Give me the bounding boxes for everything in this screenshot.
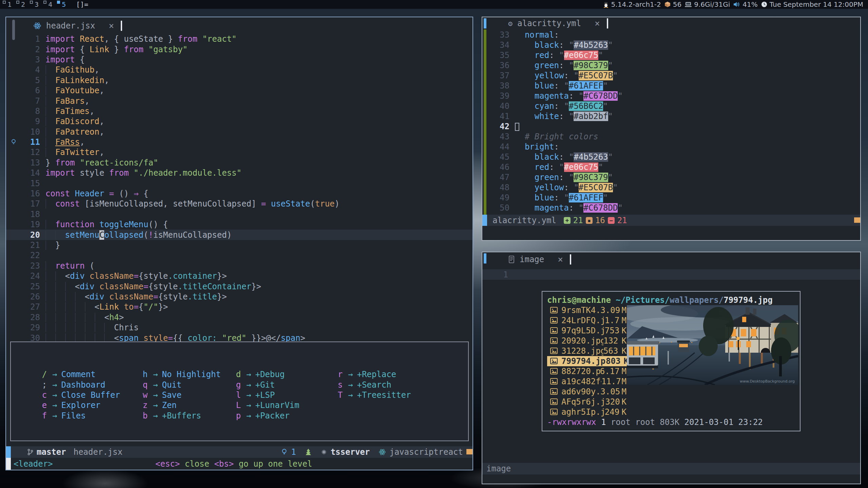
code-line[interactable]: 43 # Bright colors [482,132,860,142]
close-icon[interactable]: × [558,254,563,265]
whichkey-item[interactable]: T→+Treesitter [336,390,411,400]
code-line[interactable]: 44 bright: [482,142,860,152]
command-line[interactable] [482,474,860,484]
code-line[interactable]: 40 cyan: "#56B6C2" [482,101,860,111]
whichkey-item[interactable]: l→+LSP [235,390,300,400]
code-line[interactable]: 39 magenta: "#C678DD" [482,91,860,101]
code-line[interactable]: 46 red: "#e06c75" [482,162,860,172]
code-line[interactable]: 9 FaDiscord, [6,116,472,126]
code-line[interactable]: 25 <div className={style.titleContainer}… [6,281,472,291]
whichkey-item[interactable]: p→+Packer [235,411,300,421]
whichkey-key: d [235,370,242,379]
file-row[interactable]: 31228.jpg563K [547,346,629,356]
whichkey-item[interactable]: e→Explorer [41,400,120,410]
code-line[interactable]: 28 <h4> [6,312,472,323]
git-branch-name[interactable]: master [37,447,66,457]
code-line[interactable]: 8 FaTimes, [6,106,472,116]
code-line[interactable]: 49 blue: "#61AFEF" [482,193,860,203]
code-buffer-alacritty[interactable]: 33 normal:34 black: "#4b5263"35 red: "#e… [482,30,860,215]
code-line[interactable]: 27 <Link to={"/"}> [6,302,472,312]
whichkey-item[interactable]: L→+LunarVim [235,400,300,410]
code-line[interactable]: 38 blue: "#61AFEF" [482,81,860,91]
file-row[interactable]: 24LrDFQ.jpg1.7M [547,315,629,326]
whichkey-item[interactable]: f→Files [41,411,120,421]
workspace-item[interactable]: 2 [16,0,25,8]
code-line[interactable]: 33 normal: [482,30,860,40]
code-line[interactable]: 6 FaYoutube, [6,85,472,96]
file-row[interactable]: 97q9L5D.jpg753K [547,326,629,336]
code-line[interactable]: 47 green: "#98C379" [482,172,860,182]
whichkey-item[interactable]: d→+Debug [235,369,300,379]
code-line[interactable]: 24 <div className={style.container}> [6,271,472,281]
whichkey-item[interactable]: s→+Search [336,379,411,390]
close-icon[interactable]: × [109,21,114,31]
code-line[interactable]: 29 Chris [6,323,472,333]
whichkey-item[interactable]: g→+Git [235,379,300,390]
whichkey-item[interactable]: c→Close Buffer [41,390,120,400]
code-line[interactable]: 41 white: "#abb2bf" [482,111,860,121]
file-row[interactable]: 9rsmTK4.png3.09M [547,305,629,315]
command-line[interactable] [482,226,860,240]
code-line[interactable]: 35 red: "#e06c75" [482,50,860,60]
command-line[interactable]: <leader> <esc> close <bs> go up one leve… [6,458,472,470]
file-row[interactable]: 20920.jpg132K [547,336,629,346]
code-line[interactable]: 22 [6,250,472,260]
layout-indicator[interactable]: []= [76,0,88,8]
whichkey-item[interactable]: ;→Dashboard [41,379,120,390]
code-line[interactable]: 13} from "react-icons/fa" [6,158,472,168]
file-row[interactable]: a19c482f~.png11.7M [547,376,629,387]
whichkey-item[interactable]: w→Save [141,390,221,400]
code-line[interactable]: 45 black: "#4b5263" [482,152,860,162]
code-line[interactable]: 37 yellow: "#E5C07B" [482,71,860,81]
code-line[interactable]: 36 green: "#98C379" [482,60,860,71]
code-line[interactable]: 34 black: "#4b5263" [482,40,860,50]
whichkey-item[interactable]: b→+Buffers [141,411,221,421]
file-row[interactable]: 882720.png6.17M [547,366,629,376]
code-line[interactable]: 17 const [isMenuCollapsed, setMenuCollap… [6,199,472,209]
whichkey-item[interactable]: z→Zen [141,400,221,410]
close-icon[interactable]: × [595,18,600,28]
tab-header-jsx[interactable]: header.jsx × [30,21,117,31]
tab-alacritty-yml[interactable]: ⚙ alacritty.yml × [505,18,603,28]
workspace-item[interactable]: 3 [30,0,39,8]
code-line[interactable]: 3import { [6,55,472,65]
code-line[interactable]: 11 FaRss, [6,137,472,147]
code-line[interactable]: 2import { Link } from "gatsby" [6,44,472,54]
code-line[interactable]: 1import React, { useState } from "react" [6,34,472,44]
code-line[interactable]: 7 FaBars, [6,96,472,106]
file-row[interactable]: 799794.jpg803K [547,356,631,366]
code-line[interactable]: 23 return ( [6,261,472,271]
code-text: # Bright colors [511,132,598,141]
tab-image[interactable]: image × [505,254,566,265]
scrollbar-indicator[interactable] [466,449,472,454]
code-line[interactable]: 16const Header = () ⇒ { [6,189,472,199]
workspace-item[interactable]: 4 [43,0,52,8]
code-line[interactable]: 1 [482,269,860,280]
code-line[interactable]: 42 [482,121,860,132]
code-line[interactable]: 4 FaGithub, [6,65,472,75]
code-line[interactable]: 15 [6,178,472,188]
whichkey-key: ; [41,380,48,390]
scrollbar-indicator[interactable] [854,217,860,223]
file-manager-popup: chris@machine ~/Pictures/wallpapers/7997… [542,291,801,431]
code-line[interactable]: 21 } [6,240,472,250]
code-line[interactable]: 10 FaPatreon, [6,127,472,137]
whichkey-item[interactable]: q→Quit [141,379,221,390]
code-line[interactable]: 19 function toggleMenu() { [6,219,472,230]
code-line[interactable]: 50 magenta: "#C678DD" [482,203,860,213]
file-row[interactable]: ad6v90y.jpg3.05M [547,387,629,397]
code-line[interactable]: 48 yellow: "#E5C07B" [482,182,860,193]
code-line[interactable]: 14import style from "./header.module.les… [6,168,472,178]
whichkey-item[interactable]: r→+Replace [336,369,411,379]
file-row[interactable]: AFq5r6j.jpeg320K [547,397,629,407]
code-line[interactable]: 12 FaTwitter, [6,147,472,157]
file-row[interactable]: aghr5Ip.jpg249K [547,407,629,417]
whichkey-item[interactable]: h→No Highlight [141,369,221,379]
code-line[interactable]: 5 FaLinkedin, [6,75,472,85]
workspace-item[interactable]: 1 [3,0,12,8]
code-line[interactable]: 18 [6,209,472,219]
workspace-item[interactable]: 5 [57,0,66,8]
code-line[interactable]: 26 <div className={style.title}> [6,292,472,302]
code-line[interactable]: 20 setMenuCollapsed(!isMenuCollapsed) [6,230,472,240]
whichkey-item[interactable]: /→Comment [41,369,120,379]
